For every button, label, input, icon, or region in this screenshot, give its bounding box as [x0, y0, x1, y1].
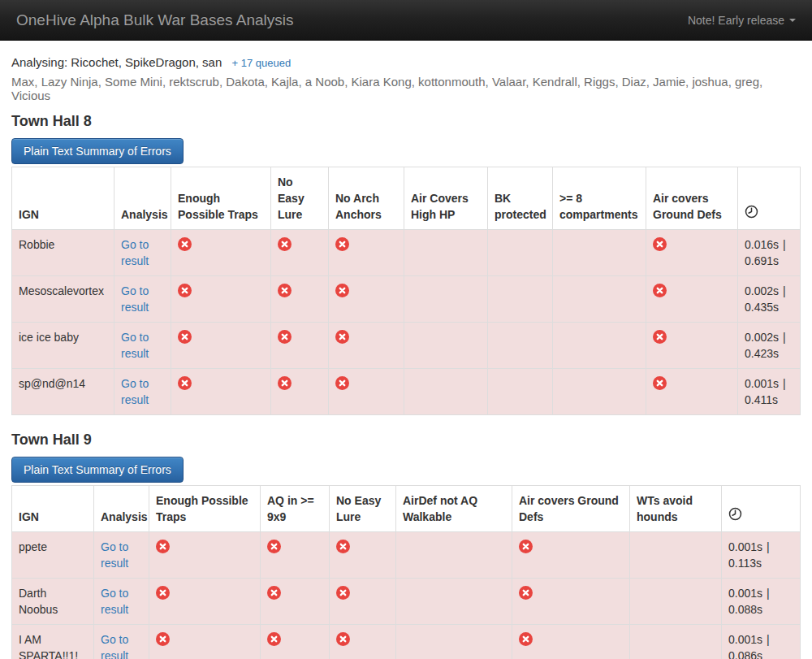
error-cell	[512, 532, 630, 579]
ign-cell: Robbie	[12, 230, 114, 276]
error-cell	[171, 276, 271, 323]
error-cell	[330, 532, 396, 579]
go-to-result-link[interactable]: Go to result	[101, 587, 128, 616]
table-row: MesoscalevortexGo to result0.002s | 0.43…	[12, 276, 801, 323]
ign-cell: Darth Noobus	[12, 579, 94, 625]
error-cell	[271, 276, 329, 323]
error-cell	[329, 230, 404, 276]
error-cell	[630, 579, 722, 625]
analysis-cell: Go to result	[94, 532, 149, 579]
error-icon	[178, 237, 192, 251]
table-row: Darth NoobusGo to result0.001s | 0.088s	[12, 579, 801, 625]
error-cell	[171, 230, 271, 276]
time-column-header	[722, 486, 801, 532]
error-cell	[488, 230, 553, 276]
error-cell	[553, 323, 646, 369]
plain-text-summary-button[interactable]: Plain Text Summary of Errors	[11, 138, 184, 164]
analysis-cell: Go to result	[114, 369, 171, 415]
error-cell	[261, 579, 330, 625]
error-icon	[267, 586, 281, 600]
column-header: Analysis	[114, 167, 171, 230]
error-icon	[335, 376, 349, 390]
error-cell	[171, 369, 271, 415]
time-cell: 0.001s | 0.086s	[722, 625, 801, 659]
error-icon	[335, 237, 349, 251]
error-cell	[396, 579, 512, 625]
time-cell: 0.002s | 0.435s	[738, 276, 801, 323]
error-cell	[329, 323, 404, 369]
error-icon	[653, 376, 667, 390]
error-cell	[553, 276, 646, 323]
error-cell	[630, 532, 722, 579]
go-to-result-link[interactable]: Go to result	[121, 284, 149, 314]
error-cell	[646, 323, 738, 369]
go-to-result-link[interactable]: Go to result	[121, 331, 149, 360]
clock-icon	[745, 205, 758, 219]
main-content: Analysing: Ricochet, SpikeDragon, san + …	[0, 41, 812, 659]
error-cell	[271, 323, 329, 369]
error-cell	[329, 276, 404, 323]
error-cell	[488, 369, 553, 415]
column-header: BK protected	[488, 167, 553, 230]
error-cell	[404, 230, 488, 276]
table-row: ppeteGo to result0.001s | 0.113s	[12, 532, 801, 579]
error-icon	[336, 540, 350, 553]
error-cell	[330, 625, 396, 659]
error-icon	[519, 540, 533, 553]
error-cell	[261, 625, 330, 659]
early-release-menu[interactable]: Note! Early release	[688, 14, 796, 27]
analysis-cell: Go to result	[114, 276, 171, 323]
error-cell	[488, 276, 553, 323]
go-to-result-link[interactable]: Go to result	[101, 540, 128, 570]
error-cell	[271, 230, 329, 276]
column-header: Air covers Ground Defs	[512, 486, 630, 532]
analysis-table: IGNAnalysisEnough Possible TrapsAQ in >=…	[11, 485, 801, 659]
column-header: Enough Possible Traps	[171, 167, 271, 230]
error-cell	[396, 532, 512, 579]
analysis-cell: Go to result	[94, 579, 149, 625]
time-cell: 0.001s | 0.088s	[722, 579, 801, 625]
column-header: Air covers Ground Defs	[646, 167, 738, 230]
header-row: IGNAnalysisEnough Possible TrapsAQ in >=…	[12, 486, 801, 532]
ign-cell: ppete	[12, 532, 94, 579]
error-icon	[178, 376, 192, 390]
header-row: IGNAnalysisEnough Possible TrapsNo Easy …	[12, 167, 801, 230]
error-icon	[156, 540, 170, 553]
error-cell	[149, 579, 261, 625]
error-cell	[330, 579, 396, 625]
time-cell: 0.001s | 0.411s	[738, 369, 801, 415]
column-header: >= 8 compartments	[553, 167, 646, 230]
analysing-status: Analysing: Ricochet, SpikeDragon, san + …	[11, 55, 801, 69]
column-header: Analysis	[94, 486, 149, 532]
error-icon	[178, 330, 192, 344]
column-header: WTs avoid hounds	[630, 486, 722, 532]
error-icon	[336, 586, 350, 600]
error-icon	[267, 540, 281, 553]
error-icon	[336, 632, 350, 646]
column-header: No Arch Anchors	[329, 167, 404, 230]
column-header: IGN	[12, 486, 94, 532]
column-header: AQ in >= 9x9	[261, 486, 330, 532]
error-cell	[512, 625, 630, 659]
app-title: OneHive Alpha Bulk War Bases Analysis	[16, 0, 293, 41]
error-cell	[512, 579, 630, 625]
queued-link[interactable]: + 17 queued	[231, 57, 291, 69]
go-to-result-link[interactable]: Go to result	[121, 238, 149, 267]
error-icon	[156, 632, 170, 646]
town-hall-9-section: Town Hall 9 Plain Text Summary of Errors…	[11, 431, 801, 659]
go-to-result-link[interactable]: Go to result	[121, 377, 149, 406]
error-icon	[653, 237, 667, 251]
error-cell	[404, 276, 488, 323]
ign-cell: I AM SPARTA!!1!	[12, 625, 94, 659]
column-header: Air Covers High HP	[404, 167, 488, 230]
error-cell	[404, 323, 488, 369]
error-icon	[653, 284, 667, 297]
error-cell	[646, 369, 738, 415]
ign-cell: Mesoscalevortex	[12, 276, 114, 323]
error-icon	[519, 632, 533, 646]
go-to-result-link[interactable]: Go to result	[101, 633, 128, 659]
error-icon	[156, 586, 170, 600]
error-cell	[553, 230, 646, 276]
error-cell	[553, 369, 646, 415]
plain-text-summary-button[interactable]: Plain Text Summary of Errors	[11, 457, 184, 483]
